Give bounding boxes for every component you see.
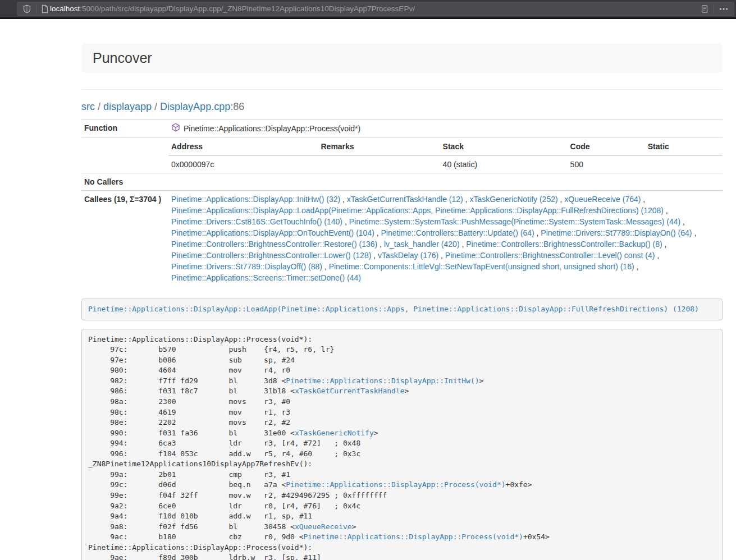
no-callers-row: No Callers <box>81 173 723 191</box>
callee-link[interactable]: Pinetime::Applications::DisplayApp::Load… <box>171 206 664 215</box>
callee-link[interactable]: Pinetime::System::SystemTask::PushMessag… <box>349 217 681 226</box>
callee-link[interactable]: Pinetime::Controllers::BrightnessControl… <box>445 251 655 260</box>
assembly-symbol-link[interactable]: Pinetime::Applications::DisplayApp::Init… <box>286 377 479 385</box>
url-host: localhost <box>50 4 80 13</box>
callees-list: Pinetime::Applications::DisplayApp::Init… <box>168 191 723 287</box>
assembly-symbol-link[interactable]: Pinetime::Applications::DisplayApp::Proc… <box>286 480 505 489</box>
table-row: 0x0000097c 40 (static) 500 <box>168 155 723 173</box>
urlbar-divider <box>36 4 36 13</box>
more-menu-icon[interactable] <box>719 4 729 13</box>
callee-link[interactable]: vTaskDelay (176) <box>378 251 438 260</box>
breadcrumb-link-file[interactable]: DisplayApp.cpp <box>160 101 230 112</box>
url-bar[interactable]: localhost:5000/path/src/displayapp/Displ… <box>17 2 734 16</box>
page-icon[interactable] <box>41 4 49 13</box>
assembly-symbol-link[interactable]: Pinetime::Applications::DisplayApp::Proc… <box>304 533 523 541</box>
column-header-remarks: Remarks <box>318 138 440 155</box>
no-callers-label: No Callers <box>81 173 168 191</box>
callee-link[interactable]: Pinetime::Components::LittleVgl::SetNewT… <box>329 262 634 271</box>
app-header: Puncover <box>81 43 723 72</box>
callee-link[interactable]: Pinetime::Applications::DisplayApp::Init… <box>171 195 340 204</box>
url-path: :5000/path/src/displayapp/DisplayApp.cpp… <box>80 4 415 13</box>
callees-label: Callees (19, Σ=3704 ) <box>81 191 168 287</box>
assembly-code: Pinetime::Applications::DisplayApp::Proc… <box>81 329 723 560</box>
callee-link[interactable]: Pinetime::Applications::DisplayApp::OnTo… <box>171 228 374 237</box>
url-text: localhost:5000/path/src/displayapp/Displ… <box>50 4 415 13</box>
urlbar-divider <box>714 4 714 13</box>
code-value: 500 <box>568 155 645 173</box>
callee-link[interactable]: Pinetime::Controllers::Battery::Update()… <box>381 228 534 237</box>
callee-link[interactable]: Pinetime::Applications::Screens::Timer::… <box>171 273 361 282</box>
callee-link[interactable]: Pinetime::Drivers::Cst816S::GetTouchInfo… <box>171 217 342 226</box>
load-app-link[interactable]: Pinetime::Applications::DisplayApp::Load… <box>88 305 699 313</box>
callee-link[interactable]: xQueueReceive (764) <box>564 195 641 204</box>
breadcrumb-link-src[interactable]: src <box>81 101 95 112</box>
function-name: Pinetime::Applications::DisplayApp::Proc… <box>184 123 360 134</box>
function-detail-table: Function Pinetime::Applications::Display… <box>81 119 723 286</box>
breadcrumb-line-number: :86 <box>230 101 244 112</box>
function-stats-table: Address Remarks Stack Code Static 0x0000… <box>168 138 723 173</box>
column-header-static: Static <box>645 138 723 155</box>
callee-link[interactable]: Pinetime::Controllers::BrightnessControl… <box>171 251 371 260</box>
load-app-snippet: Pinetime::Applications::DisplayApp::Load… <box>81 299 723 320</box>
breadcrumb-link-displayapp[interactable]: displayapp <box>103 101 152 112</box>
breadcrumb: src / displayapp / DisplayApp.cpp:86 <box>81 101 723 112</box>
reader-mode-icon[interactable] <box>700 4 709 13</box>
callees-row: Callees (19, Σ=3704 ) Pinetime::Applicat… <box>81 191 723 287</box>
callee-link[interactable]: Pinetime::Drivers::St7789::DisplayOff() … <box>171 262 322 271</box>
remarks-value <box>318 155 440 173</box>
shield-icon[interactable] <box>22 4 31 13</box>
static-value <box>645 155 723 173</box>
address-value: 0x0000097c <box>168 155 318 173</box>
column-header-code: Code <box>568 138 645 155</box>
function-row-label: Function <box>81 120 168 138</box>
callee-link[interactable]: Pinetime::Drivers::St7789::DisplayOn() (… <box>541 228 692 237</box>
page-container: Puncover src / displayapp / DisplayApp.c… <box>81 43 723 560</box>
assembly-symbol-link[interactable]: xQueueReceive <box>295 522 352 531</box>
callee-link[interactable]: xTaskGetCurrentTaskHandle (12) <box>347 195 463 204</box>
callee-link[interactable]: lv_task_handler (420) <box>384 240 460 249</box>
assembly-symbol-link[interactable]: xTaskGetCurrentTaskHandle <box>295 387 405 395</box>
callee-link[interactable]: Pinetime::Controllers::BrightnessControl… <box>171 240 377 249</box>
column-header-stack: Stack <box>440 138 568 155</box>
function-row: Function Pinetime::Applications::Display… <box>81 120 723 138</box>
column-header-address: Address <box>168 138 318 155</box>
page-title: Puncover <box>93 50 152 66</box>
callee-link[interactable]: xTaskGenericNotify (252) <box>469 195 557 204</box>
browser-toolbar: localhost:5000/path/src/displayapp/Displ… <box>0 0 736 19</box>
cube-icon <box>171 123 180 135</box>
breadcrumb-separator: / <box>152 101 160 112</box>
divider <box>81 89 723 90</box>
breadcrumb-separator: / <box>95 101 103 112</box>
callee-link[interactable]: Pinetime::Controllers::BrightnessControl… <box>466 240 662 249</box>
assembly-symbol-link[interactable]: xTaskGenericNotify <box>295 429 374 437</box>
stack-value: 40 (static) <box>440 155 568 173</box>
function-stats-row: Address Remarks Stack Code Static 0x0000… <box>81 138 723 173</box>
